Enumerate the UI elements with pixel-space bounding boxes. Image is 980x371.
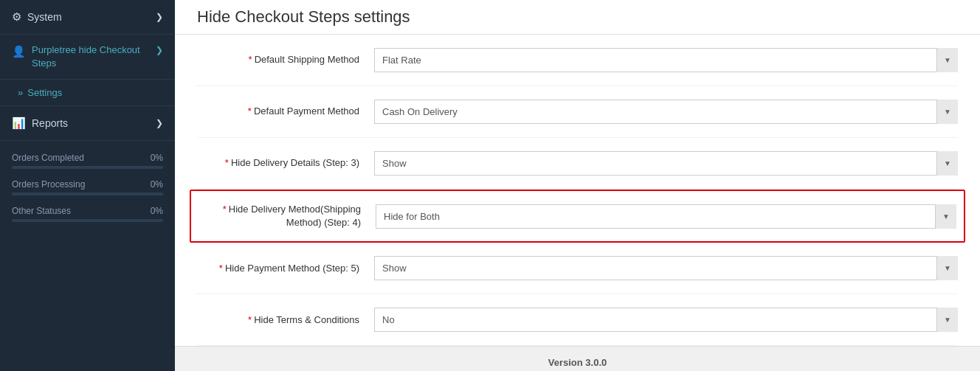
sidebar-stats: Orders Completed 0% Orders Processing 0%… (0, 141, 175, 371)
hide-delivery-method-select[interactable]: Hide for Both (376, 204, 956, 229)
select-wrapper-terms: No (374, 308, 958, 332)
sidebar-item-reports[interactable]: 📊 Reports ❯ (0, 106, 175, 141)
stat-processing-value: 0% (151, 179, 163, 190)
default-payment-select[interactable]: Cash On Delivery (374, 100, 958, 124)
sidebar-purpletree-label: Purpletree hide Checkout Steps (32, 44, 156, 70)
label-hide-terms: *Hide Terms & Conditions (197, 313, 374, 327)
chevron-right-icon-2: ❯ (156, 45, 163, 55)
label-default-shipping: *Default Shipping Method (197, 53, 374, 66)
control-default-shipping: Flat Rate (374, 48, 958, 72)
hide-delivery-details-select[interactable]: Show (374, 151, 958, 176)
select-wrapper-delivery-details: Show (374, 151, 958, 176)
control-hide-terms: No (374, 308, 958, 332)
page-header: Hide Checkout Steps settings (175, 0, 980, 35)
person-icon: 👤 (12, 45, 26, 58)
page-title: Hide Checkout Steps settings (197, 7, 958, 27)
stat-other-statuses: Other Statuses 0% (12, 206, 163, 222)
sidebar-system-label: System (27, 11, 156, 23)
label-default-payment: *Default Payment Method (197, 105, 374, 118)
hide-terms-select[interactable]: No (374, 308, 958, 332)
version-footer: Version 3.0.0 (175, 346, 980, 371)
stat-other-bar-bg (12, 219, 163, 222)
required-asterisk-2: * (248, 105, 252, 117)
form-row-hide-delivery-details: *Hide Delivery Details (Step: 3) Show (197, 138, 958, 190)
sidebar-settings-label: Settings (27, 87, 62, 98)
version-text: Version 3.0.0 (548, 357, 607, 368)
stat-orders-processing: Orders Processing 0% (12, 179, 163, 195)
select-wrapper-payment: Cash On Delivery (374, 100, 958, 124)
control-hide-payment-method: Show (374, 256, 958, 280)
settings-form: *Default Shipping Method Flat Rate *Defa… (175, 35, 980, 346)
required-asterisk-4: * (223, 204, 227, 215)
gear-icon: ⚙ (12, 10, 21, 24)
sidebar: ⚙ System ❯ 👤 Purpletree hide Checkout St… (0, 0, 175, 371)
select-wrapper-payment-method: Show (374, 256, 958, 280)
sidebar-item-settings[interactable]: » Settings (0, 80, 175, 106)
arrow-icon: » (18, 87, 23, 98)
label-hide-payment-method: *Hide Payment Method (Step: 5) (197, 262, 374, 275)
stat-processing-label: Orders Processing (12, 179, 85, 190)
stat-completed-bar-bg (12, 166, 163, 169)
select-wrapper-shipping: Flat Rate (374, 48, 958, 72)
required-asterisk: * (249, 54, 252, 65)
stat-completed-label: Orders Completed (12, 153, 84, 163)
select-wrapper-delivery-method: Hide for Both (376, 204, 956, 229)
main-content: Hide Checkout Steps settings *Default Sh… (175, 0, 980, 371)
form-row-default-shipping: *Default Shipping Method Flat Rate (197, 35, 958, 86)
stat-other-value: 0% (151, 206, 163, 216)
control-default-payment: Cash On Delivery (374, 100, 958, 124)
label-hide-delivery-details: *Hide Delivery Details (Step: 3) (197, 156, 374, 170)
required-asterisk-3: * (225, 157, 229, 168)
form-row-hide-payment-method: *Hide Payment Method (Step: 5) Show (197, 243, 958, 294)
stat-orders-completed: Orders Completed 0% (12, 153, 163, 169)
control-hide-delivery-details: Show (374, 151, 958, 176)
stat-processing-bar-bg (12, 193, 163, 195)
form-row-default-payment: *Default Payment Method Cash On Delivery (197, 86, 958, 138)
required-asterisk-6: * (248, 314, 252, 325)
stat-other-label: Other Statuses (12, 206, 71, 216)
form-row-hide-terms: *Hide Terms & Conditions No (197, 294, 958, 346)
control-hide-delivery-method: Hide for Both (376, 204, 956, 229)
sidebar-reports-label: Reports (32, 117, 68, 129)
sidebar-item-purpletree[interactable]: 👤 Purpletree hide Checkout Steps ❯ (0, 35, 175, 80)
hide-payment-method-select[interactable]: Show (374, 256, 958, 280)
required-asterisk-5: * (219, 263, 223, 274)
chevron-right-icon: ❯ (156, 12, 163, 22)
stat-completed-value: 0% (151, 153, 163, 163)
label-hide-delivery-method: *Hide Delivery Method(Shipping Method) (… (199, 203, 376, 229)
chevron-right-icon-3: ❯ (156, 118, 163, 128)
default-shipping-select[interactable]: Flat Rate (374, 48, 958, 72)
chart-icon: 📊 (12, 117, 26, 130)
sidebar-item-system[interactable]: ⚙ System ❯ (0, 0, 175, 35)
form-row-hide-delivery-method: *Hide Delivery Method(Shipping Method) (… (190, 190, 965, 243)
